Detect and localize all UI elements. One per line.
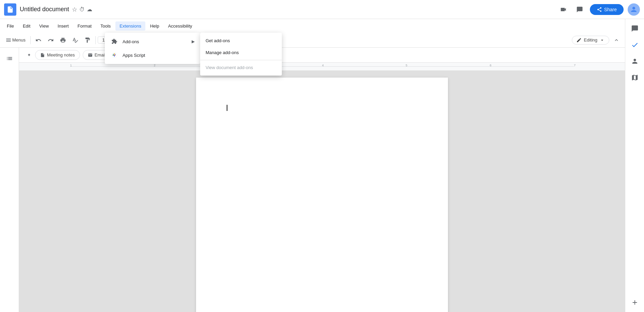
menu-item-extensions[interactable]: Extensions bbox=[115, 21, 145, 31]
divider-1 bbox=[30, 36, 31, 44]
avatar[interactable] bbox=[628, 3, 640, 16]
menu-item-file[interactable]: File bbox=[3, 21, 18, 31]
sidebar-right bbox=[625, 19, 644, 312]
apps-script-item[interactable]: Apps Script bbox=[105, 48, 200, 62]
subdropdown-divider bbox=[200, 60, 282, 60]
collapse-button[interactable] bbox=[611, 35, 622, 46]
menu-item-format[interactable]: Format bbox=[74, 21, 96, 31]
doc-page bbox=[196, 78, 448, 312]
share-label: Share bbox=[604, 7, 617, 12]
menus-label: Menus bbox=[12, 37, 26, 43]
sidebar-add-icon[interactable] bbox=[628, 296, 642, 309]
add-ons-icon bbox=[110, 37, 118, 46]
get-add-ons-item[interactable]: Get add-ons bbox=[200, 35, 282, 47]
add-ons-subdropdown: Get add-ons Manage add-ons View document… bbox=[200, 33, 282, 76]
svg-point-3 bbox=[114, 53, 115, 54]
meeting-notes-label: Meeting notes bbox=[47, 52, 75, 58]
meeting-notes-chip[interactable]: Meeting notes bbox=[35, 50, 80, 60]
toolbar-right: Editing bbox=[569, 35, 622, 46]
sidebar-check-icon[interactable] bbox=[628, 38, 642, 52]
menu-item-tools[interactable]: Tools bbox=[96, 21, 115, 31]
divider-2 bbox=[95, 36, 96, 44]
history-icon[interactable]: ⏱ bbox=[79, 6, 85, 13]
apps-script-label: Apps Script bbox=[123, 53, 145, 58]
outline-sidebar bbox=[0, 48, 19, 312]
undo-button[interactable] bbox=[33, 35, 44, 46]
svg-point-4 bbox=[113, 55, 114, 56]
app-icon bbox=[4, 3, 16, 16]
title-bar: Untitled document ☆ ⏱ ☁ Share bbox=[0, 0, 644, 19]
spellcheck-button[interactable] bbox=[69, 35, 81, 46]
add-ons-label: Add-ons bbox=[123, 39, 139, 44]
get-add-ons-label: Get add-ons bbox=[206, 38, 230, 43]
manage-add-ons-label: Manage add-ons bbox=[206, 50, 239, 55]
sidebar-person-icon[interactable] bbox=[628, 54, 642, 68]
sidebar-comment-icon[interactable] bbox=[628, 22, 642, 35]
doc-title: Untitled document bbox=[20, 6, 69, 13]
editing-mode-button[interactable]: Editing bbox=[572, 36, 609, 45]
view-doc-add-ons-label: View document add-ons bbox=[206, 65, 253, 70]
suggestion-label: ✦ bbox=[27, 52, 31, 58]
text-cursor bbox=[227, 105, 227, 111]
star-icon[interactable]: ☆ bbox=[72, 6, 77, 13]
print-button[interactable] bbox=[57, 35, 69, 46]
svg-point-0 bbox=[632, 7, 635, 10]
toolbar: Menus 100% bbox=[0, 33, 625, 48]
apps-script-icon bbox=[110, 51, 118, 59]
add-ons-arrow: ▶ bbox=[192, 39, 195, 44]
manage-add-ons-item[interactable]: Manage add-ons bbox=[200, 47, 282, 59]
share-button[interactable]: Share bbox=[590, 4, 624, 15]
suggestion-bar: ✦ Meeting notes Email draft More bbox=[0, 48, 625, 63]
menu-item-insert[interactable]: Insert bbox=[53, 21, 73, 31]
editing-label: Editing bbox=[584, 37, 597, 43]
menu-item-edit[interactable]: Edit bbox=[19, 21, 34, 31]
menu-bar: File Edit View Insert Format Tools Exten… bbox=[0, 19, 644, 33]
menus-button[interactable]: Menus bbox=[3, 35, 28, 46]
sidebar-map-icon[interactable] bbox=[628, 71, 642, 84]
menu-item-accessibility[interactable]: Accessibility bbox=[164, 21, 196, 31]
meet-icon[interactable] bbox=[557, 3, 569, 16]
paint-format-button[interactable] bbox=[82, 35, 93, 46]
menu-item-view[interactable]: View bbox=[35, 21, 53, 31]
add-ons-item[interactable]: Add-ons ▶ bbox=[105, 35, 200, 48]
extensions-dropdown: Add-ons ▶ Apps Script bbox=[105, 33, 200, 64]
redo-button[interactable] bbox=[45, 35, 57, 46]
outline-icon[interactable] bbox=[3, 52, 16, 65]
doc-area: 1 2 3 4 5 6 7 bbox=[19, 63, 625, 312]
menu-item-help[interactable]: Help bbox=[146, 21, 163, 31]
cloud-icon[interactable]: ☁ bbox=[87, 6, 92, 13]
view-doc-add-ons-item: View document add-ons bbox=[200, 62, 282, 73]
chat-icon[interactable] bbox=[574, 3, 586, 16]
